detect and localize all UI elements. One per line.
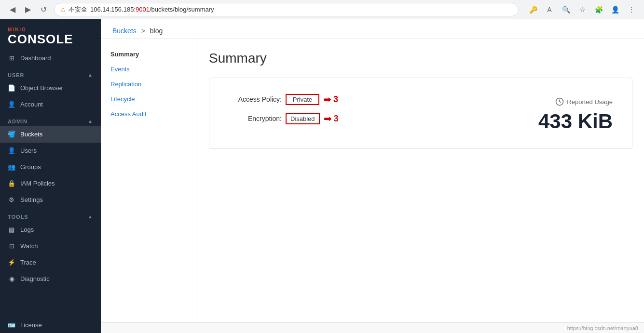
- back-button[interactable]: ◀: [6, 3, 19, 16]
- sidebar-item-account[interactable]: 👤 Account: [0, 96, 101, 113]
- encryption-value[interactable]: Disabled: [286, 113, 320, 124]
- address-bar[interactable]: ⚠ 不安全 106.14.156.185:9001/buckets/blog/s…: [54, 3, 519, 16]
- sidebar-item-iam-policies[interactable]: 🔒 IAM Policies: [0, 175, 101, 192]
- page-title: Summary: [209, 51, 632, 66]
- sidebar-item-users[interactable]: 👤 Users: [0, 143, 101, 159]
- access-policy-row: Access Policy: Private ➡ 3: [229, 93, 497, 105]
- user-section-arrow: ▲: [88, 72, 93, 78]
- license-icon: 🪪: [8, 321, 15, 329]
- subnav-item-summary[interactable]: Summary: [101, 47, 197, 62]
- sidebar-item-license[interactable]: 🪪 License: [0, 317, 101, 333]
- breadcrumb-separator: >: [141, 27, 145, 35]
- status-bar: https://blog.csdn.net/martyua8: [101, 322, 644, 333]
- access-policy-value[interactable]: Private: [286, 94, 319, 105]
- subnav-item-replication[interactable]: Replication: [101, 77, 197, 92]
- app-container: MINIO CONSOLE ⊞ Dashboard USER ▲ 📄 Objec…: [0, 19, 644, 333]
- sidebar-label-watch: Watch: [20, 242, 38, 250]
- iam-icon: 🔒: [8, 180, 15, 187]
- sidebar-label-trace: Trace: [20, 259, 36, 266]
- account-icon: 👤: [8, 101, 15, 108]
- sidebar-label-dashboard: Dashboard: [20, 54, 51, 62]
- breadcrumb-current: blog: [150, 27, 163, 35]
- key-icon-btn[interactable]: 🔑: [526, 3, 540, 16]
- logs-icon: ▤: [8, 226, 15, 234]
- tools-section-arrow: ▲: [88, 214, 93, 219]
- sidebar-item-settings[interactable]: ⚙ Settings: [0, 192, 101, 208]
- section-header-admin: ADMIN ▲: [0, 113, 101, 126]
- sidebar-label-account: Account: [20, 101, 43, 108]
- dashboard-icon: ⊞: [8, 54, 15, 62]
- summary-left: Access Policy: Private ➡ 3 Encryption: D…: [229, 93, 497, 124]
- subnav-item-access-audit[interactable]: Access Audit: [101, 107, 197, 121]
- subnav-item-events[interactable]: Events: [101, 62, 197, 77]
- logo: MINIO CONSOLE: [0, 19, 101, 50]
- sidebar-label-diagnostic: Diagnostic: [20, 275, 50, 282]
- profile-btn[interactable]: 👤: [608, 3, 622, 16]
- browser-actions: 🔑 A 🔍 ☆ 🧩 👤 ⋮: [526, 3, 638, 16]
- breadcrumb: Buckets > blog: [112, 27, 632, 35]
- buckets-icon: 🪣: [8, 131, 15, 138]
- diagnostic-icon: ◉: [8, 275, 15, 283]
- logo-console: CONSOLE: [8, 32, 93, 46]
- browser-chrome: ◀ ▶ ↺ ⚠ 不安全 106.14.156.185:9001/buckets/…: [0, 0, 644, 19]
- groups-icon: 👥: [8, 163, 15, 171]
- reload-button[interactable]: ↺: [37, 3, 50, 16]
- url-text: 106.14.156.185:9001/buckets/blog/summary: [90, 6, 214, 13]
- sidebar-item-diagnostic[interactable]: ◉ Diagnostic: [0, 271, 101, 287]
- inner-layout: Summary Events Replication Lifecycle Acc…: [101, 39, 644, 322]
- encryption-annotation: ➡ 3: [324, 113, 339, 124]
- admin-section-arrow: ▲: [88, 119, 93, 124]
- search-btn[interactable]: 🔍: [559, 3, 573, 16]
- security-warning-icon: ⚠: [60, 6, 66, 13]
- reported-usage-label: Reported Usage: [555, 97, 613, 106]
- sidebar: MINIO CONSOLE ⊞ Dashboard USER ▲ 📄 Objec…: [0, 19, 101, 333]
- sidebar-label-buckets: Buckets: [20, 131, 42, 138]
- summary-card: Access Policy: Private ➡ 3 Encryption: D…: [209, 78, 632, 149]
- sidebar-item-logs[interactable]: ▤ Logs: [0, 222, 101, 238]
- settings-icon: ⚙: [8, 196, 15, 204]
- clock-icon: [555, 97, 564, 106]
- main-content: Summary Access Policy: Private ➡ 3: [197, 39, 644, 322]
- sidebar-label-iam: IAM Policies: [20, 180, 55, 187]
- sidebar-label-logs: Logs: [20, 226, 34, 233]
- subnav-item-lifecycle[interactable]: Lifecycle: [101, 92, 197, 107]
- sidebar-item-groups[interactable]: 👥 Groups: [0, 159, 101, 175]
- sidebar-label-object-browser: Object Browser: [20, 84, 63, 92]
- translate-btn[interactable]: A: [543, 3, 556, 16]
- reported-usage-text: Reported Usage: [567, 98, 613, 106]
- menu-btn[interactable]: ⋮: [625, 3, 638, 16]
- bookmark-btn[interactable]: ☆: [575, 3, 589, 16]
- warning-text: 不安全: [69, 5, 87, 14]
- sidebar-label-users: Users: [20, 147, 37, 154]
- sidebar-item-trace[interactable]: ⚡ Trace: [0, 254, 101, 271]
- trace-icon: ⚡: [8, 259, 15, 266]
- sidebar-item-dashboard[interactable]: ⊞ Dashboard: [0, 50, 101, 67]
- access-policy-annotation: ➡ 3: [323, 93, 338, 105]
- content-area: Buckets > blog Summary Events Replicatio…: [101, 19, 644, 333]
- nav-buttons: ◀ ▶ ↺: [6, 3, 50, 16]
- annotation-num-2: 3: [334, 114, 339, 124]
- sidebar-label-license: License: [20, 321, 42, 329]
- encryption-row: Encryption: Disabled ➡ 3: [229, 113, 497, 124]
- annotation-num-1: 3: [333, 94, 338, 105]
- sidebar-item-watch[interactable]: ⊡ Watch: [0, 238, 101, 254]
- sidebar-label-settings: Settings: [20, 196, 43, 203]
- usage-value: 433 KiB: [538, 110, 613, 133]
- sidebar-item-buckets[interactable]: 🪣 Buckets: [0, 126, 101, 143]
- red-arrow-2: ➡: [324, 113, 332, 124]
- object-browser-icon: 📄: [8, 84, 15, 92]
- extension-btn[interactable]: 🧩: [592, 3, 605, 16]
- sidebar-item-object-browser[interactable]: 📄 Object Browser: [0, 80, 101, 96]
- watch-icon: ⊡: [8, 242, 15, 250]
- red-arrow-1: ➡: [323, 93, 331, 105]
- sub-nav: Summary Events Replication Lifecycle Acc…: [101, 39, 197, 322]
- breadcrumb-buckets-link[interactable]: Buckets: [112, 27, 137, 35]
- sidebar-label-groups: Groups: [20, 163, 41, 171]
- users-icon: 👤: [8, 147, 15, 155]
- forward-button[interactable]: ▶: [21, 3, 35, 16]
- encryption-label: Encryption:: [229, 115, 282, 122]
- content-header: Buckets > blog: [101, 19, 644, 39]
- section-header-tools: TOOLS ▲: [0, 208, 101, 222]
- summary-right: Reported Usage 433 KiB: [516, 93, 613, 133]
- status-url: https://blog.csdn.net/martyua8: [567, 325, 638, 331]
